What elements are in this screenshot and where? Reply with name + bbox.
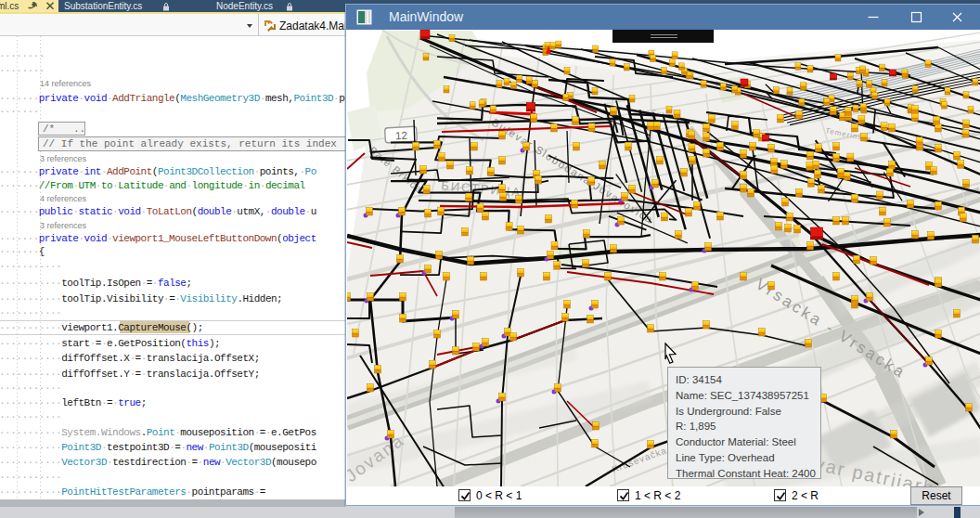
svg-text:12: 12 [395,130,407,142]
